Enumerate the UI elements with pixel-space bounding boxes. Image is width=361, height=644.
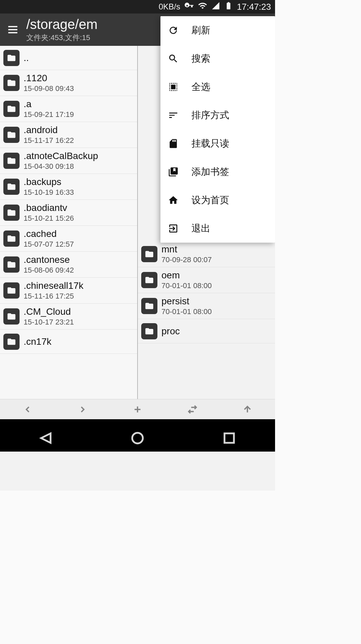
menu-item-refresh[interactable]: 刷新 — [160, 16, 275, 44]
exit-icon — [167, 222, 179, 235]
menu-item-home[interactable]: 设为首页 — [160, 186, 275, 214]
menu-label: 挂载只读 — [191, 137, 229, 150]
sort-icon — [167, 109, 179, 121]
select-all-icon — [167, 81, 179, 93]
menu-label: 添加书签 — [191, 165, 229, 178]
menu-item-sort[interactable]: 排序方式 — [160, 101, 275, 129]
menu-item-select-all[interactable]: 全选 — [160, 73, 275, 101]
menu-label: 设为首页 — [191, 194, 229, 207]
search-icon — [167, 53, 179, 65]
sd-icon — [167, 137, 179, 150]
bookmark-icon — [167, 166, 179, 178]
menu-label: 刷新 — [191, 24, 210, 37]
menu-label: 全选 — [191, 81, 210, 93]
menu-label: 退出 — [191, 222, 210, 235]
menu-item-bookmark[interactable]: 添加书签 — [160, 158, 275, 186]
overflow-menu: 刷新搜索全选排序方式挂载只读添加书签设为首页退出 — [160, 16, 275, 243]
menu-item-exit[interactable]: 退出 — [160, 214, 275, 243]
home-icon — [167, 194, 179, 206]
menu-label: 搜索 — [191, 52, 210, 65]
menu-item-search[interactable]: 搜索 — [160, 44, 275, 73]
menu-item-sd[interactable]: 挂载只读 — [160, 129, 275, 158]
menu-label: 排序方式 — [191, 109, 229, 122]
refresh-icon — [167, 24, 179, 36]
